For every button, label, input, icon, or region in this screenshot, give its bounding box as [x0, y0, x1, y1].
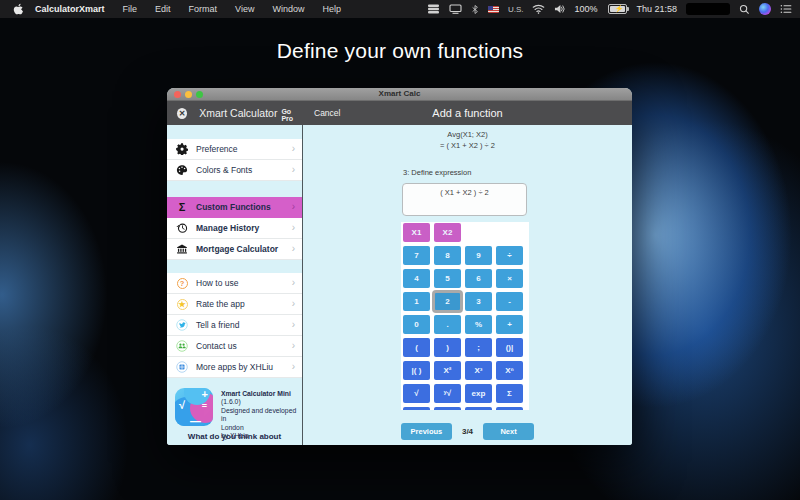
- search-icon[interactable]: [739, 4, 750, 15]
- menu-view[interactable]: View: [226, 4, 263, 14]
- volume-icon[interactable]: [554, 4, 565, 14]
- key-x[interactable]: X³: [465, 361, 492, 380]
- keypad-variable-row: X1X2: [403, 223, 527, 242]
- key-sym[interactable]: %: [465, 315, 492, 334]
- key-sym[interactable]: ʸ√: [434, 384, 461, 403]
- key-sym[interactable]: |( ): [403, 361, 430, 380]
- screen-mirroring-icon[interactable]: [449, 4, 462, 14]
- app-header: ✕ Xmart Calculator Go Pro Add a function…: [167, 101, 632, 125]
- key-partial[interactable]: [434, 407, 461, 410]
- key-x1[interactable]: X1: [403, 223, 430, 242]
- previous-button[interactable]: Previous: [401, 423, 452, 440]
- sidebar-item-manage-history[interactable]: Manage History›: [167, 218, 302, 239]
- sidebar-item-colors-fonts[interactable]: Colors & Fonts›: [167, 160, 302, 181]
- battery-icon[interactable]: ⚡: [606, 4, 627, 14]
- key-0[interactable]: 0: [403, 315, 430, 334]
- sidebar-item-label: Rate the app: [196, 299, 245, 309]
- key-sym[interactable]: +: [496, 315, 523, 334]
- key-4[interactable]: 4: [403, 269, 430, 288]
- function-preview-line2: = ( X1 + X2 ) ÷ 2: [303, 141, 632, 152]
- bluetooth-icon[interactable]: [471, 4, 479, 15]
- sidebar-item-contact-us[interactable]: Contact us›: [167, 336, 302, 357]
- sidebar-item-more-apps-by-xhliu[interactable]: More apps by XHLiu›: [167, 357, 302, 378]
- share-icon: [175, 319, 189, 331]
- pager: Previous 3/4 Next: [303, 423, 632, 440]
- keypad: X1X2789÷456×123-0.%+();()||( )X²X³Xⁿ√ʸ√e…: [401, 222, 529, 410]
- zoom-window-button[interactable]: [196, 91, 203, 98]
- key-partial[interactable]: [465, 407, 492, 410]
- key-9[interactable]: 9: [465, 246, 492, 265]
- menu-help[interactable]: Help: [313, 4, 350, 14]
- chevron-right-icon: ›: [292, 165, 295, 175]
- chevron-right-icon: ›: [292, 202, 295, 212]
- key-x[interactable]: X²: [434, 361, 461, 380]
- menu-bar-status: U.S. 100% ⚡ Thu 21:58: [427, 3, 800, 15]
- sidebar-item-mortgage-calculator[interactable]: Mortgage Calculator›: [167, 239, 302, 260]
- sidebar: Preference›Colors & Fonts›ΣCustom Functi…: [167, 125, 303, 445]
- chevron-right-icon: ›: [292, 341, 295, 351]
- key-6[interactable]: 6: [465, 269, 492, 288]
- cancel-button[interactable]: Cancel: [314, 108, 340, 118]
- keypad-row: |( )X²X³Xⁿ: [403, 361, 527, 380]
- input-source-flag-icon[interactable]: [488, 6, 499, 13]
- key-sym[interactable]: (: [403, 338, 430, 357]
- history-icon: [175, 222, 189, 234]
- key-sym[interactable]: Σ: [496, 384, 523, 403]
- key-sym[interactable]: ()|: [496, 338, 523, 357]
- menu-file[interactable]: File: [114, 4, 147, 14]
- control-center-list-icon[interactable]: [780, 4, 792, 14]
- close-panel-icon[interactable]: ✕: [177, 108, 187, 119]
- menu-format[interactable]: Format: [180, 4, 227, 14]
- help-icon: ?: [175, 278, 189, 289]
- key-partial[interactable]: [496, 407, 523, 410]
- key-1[interactable]: 1: [403, 292, 430, 311]
- sidebar-item-how-to-use[interactable]: ?How to use›: [167, 273, 302, 294]
- key-sym[interactable]: ÷: [496, 246, 523, 265]
- key-partial[interactable]: [403, 407, 430, 410]
- close-window-button[interactable]: [174, 91, 181, 98]
- menu-window[interactable]: Window: [263, 4, 313, 14]
- stack-icon[interactable]: [427, 4, 440, 14]
- sidebar-group-gap: [167, 181, 302, 197]
- chevron-right-icon: ›: [292, 223, 295, 233]
- menu-bar: CalculatorXmart FileEditFormatViewWindow…: [0, 0, 800, 18]
- key-sym[interactable]: √: [403, 384, 430, 403]
- sidebar-item-rate-the-app[interactable]: ★Rate the app›: [167, 294, 302, 315]
- chevron-right-icon: ›: [292, 299, 295, 309]
- input-source-label[interactable]: U.S.: [508, 5, 524, 14]
- key-x[interactable]: Xⁿ: [496, 361, 523, 380]
- key-exp[interactable]: exp: [465, 384, 492, 403]
- minimize-window-button[interactable]: [185, 91, 192, 98]
- key-7[interactable]: 7: [403, 246, 430, 265]
- contact-icon: [175, 340, 189, 352]
- go-pro-button[interactable]: Go Pro: [281, 108, 303, 122]
- sidebar-item-tell-a-friend[interactable]: Tell a friend›: [167, 315, 302, 336]
- key-sym[interactable]: ;: [465, 338, 492, 357]
- sidebar-item-label: How to use: [196, 278, 239, 288]
- key-sym[interactable]: -: [496, 292, 523, 311]
- expression-input[interactable]: ( X1 + X2 ) ÷ 2: [402, 183, 527, 216]
- key-sym[interactable]: ): [434, 338, 461, 357]
- key-5[interactable]: 5: [434, 269, 461, 288]
- sidebar-item-preference[interactable]: Preference›: [167, 139, 302, 160]
- battery-percent[interactable]: 100%: [574, 4, 597, 14]
- key-sym[interactable]: ×: [496, 269, 523, 288]
- siri-icon[interactable]: [759, 3, 771, 15]
- xmart-mini-app-icon[interactable]: +√=—: [175, 388, 213, 426]
- key-x2[interactable]: X2: [434, 223, 461, 242]
- keypad-row: 789÷: [403, 246, 527, 265]
- menubar-app-name[interactable]: CalculatorXmart: [35, 4, 105, 14]
- menu-edit[interactable]: Edit: [146, 4, 180, 14]
- key-sym[interactable]: .: [434, 315, 461, 334]
- key-8[interactable]: 8: [434, 246, 461, 265]
- menubar-clock[interactable]: Thu 21:58: [636, 4, 677, 14]
- next-button[interactable]: Next: [483, 423, 534, 440]
- sidebar-item-custom-functions[interactable]: ΣCustom Functions›: [167, 197, 302, 218]
- key-3[interactable]: 3: [465, 292, 492, 311]
- wifi-icon[interactable]: [532, 4, 545, 14]
- apple-menu-icon[interactable]: [13, 3, 24, 16]
- sidebar-item-label: Preference: [196, 144, 238, 154]
- window-titlebar[interactable]: Xmart Calc: [167, 88, 632, 101]
- sidebar-item-label: Contact us: [196, 341, 237, 351]
- key-2[interactable]: 2: [434, 292, 461, 311]
